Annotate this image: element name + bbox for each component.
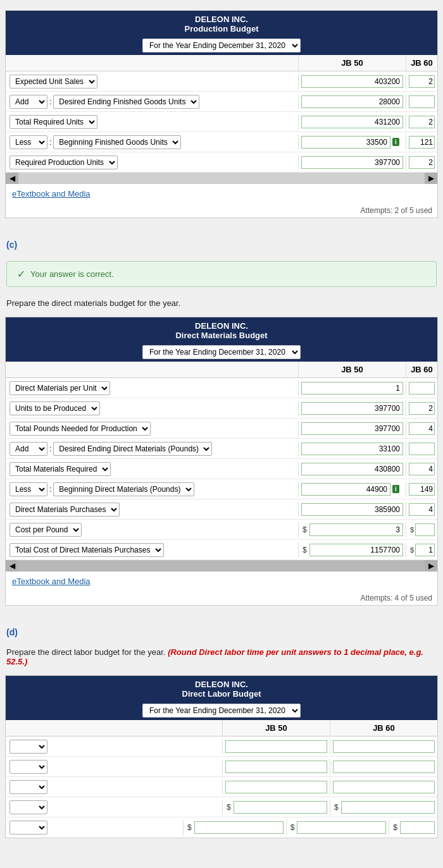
total-required-jb50 — [298, 114, 406, 130]
dm-year-dropdown[interactable]: For the Year Ending December 31, 2020 — [142, 345, 301, 359]
dm-total-pounds-jb50-input[interactable] — [301, 422, 403, 435]
dm-desired-ending-dropdown[interactable]: Desired Ending Direct Materials (Pounds) — [53, 442, 212, 456]
dm-total-materials-label: Total Materials Required — [6, 460, 298, 478]
section-d: (d) Prepare the direct labor budget for … — [0, 616, 443, 848]
dl-row2-dropdown[interactable] — [9, 760, 47, 774]
required-production-jb50-input[interactable] — [301, 156, 403, 169]
dm-cost-per-pound-jb60-input[interactable] — [415, 523, 435, 536]
production-company-name: DELEON INC. — [8, 15, 435, 24]
dm-total-pounds-jb60-input[interactable] — [409, 422, 435, 435]
less-dropdown[interactable]: Less — [9, 135, 47, 149]
dm-col2-header: JB 60 — [406, 362, 437, 377]
dl-row3-jb50-input[interactable] — [225, 781, 327, 793]
dm-total-materials-jb60-input[interactable] — [409, 463, 435, 475]
total-required-jb50-input[interactable] — [301, 116, 403, 128]
dm-purchases-jb50-input[interactable] — [301, 503, 403, 516]
dm-total-materials-dropdown[interactable]: Total Materials Required — [9, 462, 111, 476]
dm-beginning-jb60-input[interactable] — [409, 483, 435, 496]
section-d-instruction: Prepare the direct labor budget for the … — [0, 642, 443, 671]
production-row-expected-sales: Expected Unit Sales — [6, 71, 437, 92]
dl-row5-total-input[interactable] — [400, 821, 435, 834]
dl-row4-label — [6, 798, 222, 816]
dm-purchases-jb60-input[interactable] — [409, 503, 435, 516]
dm-scroll-left-arrow[interactable]: ◀ — [6, 560, 18, 572]
dm-total-materials-jb50-input[interactable] — [301, 463, 403, 475]
dm-desired-ending-jb50-input[interactable] — [301, 443, 403, 455]
required-production-dropdown[interactable]: Required Production Units — [9, 156, 118, 169]
scroll-track — [18, 173, 425, 184]
direct-materials-budget-container: DELEON INC. Direct Materials Budget For … — [5, 317, 438, 606]
section-d-instruction-text: Prepare the direct labor budget for the … — [6, 647, 166, 657]
beginning-finished-jb50-input[interactable] — [301, 136, 390, 149]
production-col-headers: JB 50 JB 60 — [6, 55, 437, 71]
dl-row4-jb50-input[interactable] — [234, 801, 327, 814]
dm-less-dropdown[interactable]: Less — [9, 482, 47, 496]
dm-row-add-desired: Add : Desired Ending Direct Materials (P… — [6, 439, 437, 459]
dl-row1-jb50 — [222, 739, 330, 754]
dl-row4-dropdown[interactable] — [9, 800, 47, 814]
beginning-finished-dropdown[interactable]: Beginning Finished Goods Units — [53, 135, 181, 149]
scroll-right-arrow[interactable]: ▶ — [425, 173, 437, 184]
dl-row1-dropdown[interactable] — [9, 740, 47, 754]
dm-total-cost-jb50-input[interactable] — [309, 544, 403, 556]
expected-sales-jb50-input[interactable] — [301, 75, 403, 88]
dm-desired-ending-jb60-input[interactable] — [409, 443, 435, 455]
dl-row1-jb60-input[interactable] — [333, 740, 435, 753]
desired-ending-jb50-input[interactable] — [301, 95, 403, 108]
dm-per-unit-jb50-input[interactable] — [301, 382, 403, 394]
required-production-jb50 — [298, 155, 406, 170]
scroll-left-arrow[interactable]: ◀ — [6, 173, 18, 184]
desired-ending-jb60-input[interactable] — [409, 95, 435, 108]
dm-units-produced-dropdown[interactable]: Units to be Produced — [9, 401, 100, 415]
dm-per-unit-jb60-input[interactable] — [409, 382, 435, 394]
dm-total-cost-jb60-input[interactable] — [415, 544, 435, 556]
production-col1-header: JB 50 — [298, 55, 406, 71]
desired-ending-dropdown[interactable]: Desired Ending Finished Goods Units — [53, 95, 199, 109]
dl-year-dropdown[interactable]: For the Year Ending December 31, 2020 — [142, 704, 301, 718]
production-year-dropdown[interactable]: For the Year Ending December 31, 2020 — [142, 39, 301, 52]
dl-row5-jb50-input[interactable] — [194, 821, 284, 834]
dl-row3-dropdown[interactable] — [9, 780, 47, 794]
add-dropdown[interactable]: Add — [9, 95, 47, 109]
beginning-finished-jb60-input[interactable] — [409, 136, 435, 149]
dm-cost-per-pound-jb50-input[interactable] — [309, 523, 403, 536]
dm-units-produced-jb50-input[interactable] — [301, 402, 403, 415]
expected-unit-sales-dropdown[interactable]: Expected Unit Sales — [9, 75, 97, 89]
dl-row1-jb60 — [330, 739, 437, 754]
dl-col1-header: JB 50 — [222, 720, 330, 736]
dm-purchases-dropdown[interactable]: Direct Materials Purchases — [9, 503, 120, 517]
dl-row2-jb60-input[interactable] — [333, 761, 435, 773]
dm-scrollbar[interactable]: ◀ ▶ — [6, 560, 437, 572]
dl-row1-jb50-input[interactable] — [225, 740, 327, 753]
dl-company-name: DELEON INC. — [8, 680, 435, 689]
dl-row5-jb60-input[interactable] — [297, 821, 386, 834]
dl-row2-jb50-input[interactable] — [225, 761, 327, 773]
expected-sales-jb60-input[interactable] — [409, 75, 435, 88]
dm-units-produced-jb60-input[interactable] — [409, 402, 435, 415]
dm-beginning-materials-dropdown[interactable]: Beginning Direct Materials (Pounds) — [53, 482, 194, 496]
info-badge-1[interactable]: i — [392, 138, 399, 146]
total-required-jb60-input[interactable] — [409, 116, 435, 128]
expected-sales-jb50 — [298, 74, 406, 89]
dm-scroll-right-arrow[interactable]: ▶ — [425, 560, 437, 572]
dm-cost-per-pound-dropdown[interactable]: Cost per Pound — [9, 523, 82, 537]
dm-total-materials-jb50 — [298, 462, 406, 477]
required-production-label: Required Production Units — [6, 154, 298, 171]
dl-row4-jb60-input[interactable] — [341, 801, 435, 814]
dl-budget-title: Direct Labor Budget — [8, 689, 435, 699]
dm-add-dropdown[interactable]: Add — [9, 442, 47, 456]
dm-total-pounds-dropdown[interactable]: Total Pounds Needed for Production — [9, 422, 151, 436]
dl-row5-dropdown[interactable] — [9, 821, 47, 834]
required-production-jb60-input[interactable] — [409, 156, 435, 169]
dm-per-unit-dropdown[interactable]: Direct Materials per Unit — [9, 381, 110, 395]
dm-total-cost-dropdown[interactable]: Total Cost of Direct Materials Purchases — [9, 543, 164, 557]
expected-sales-jb60 — [406, 74, 437, 89]
dl-row3-jb60-input[interactable] — [333, 781, 435, 793]
dm-beginning-jb50-input[interactable] — [301, 483, 390, 496]
total-required-dropdown[interactable]: Total Required Units — [9, 115, 97, 129]
dm-etextbook-link[interactable]: eTextbook and Media — [6, 572, 437, 591]
production-scrollbar[interactable]: ◀ ▶ — [6, 173, 437, 184]
dm-units-produced-jb50 — [298, 401, 406, 416]
dm-info-badge[interactable]: i — [392, 485, 399, 493]
production-etextbook-link[interactable]: eTextbook and Media — [6, 184, 437, 204]
